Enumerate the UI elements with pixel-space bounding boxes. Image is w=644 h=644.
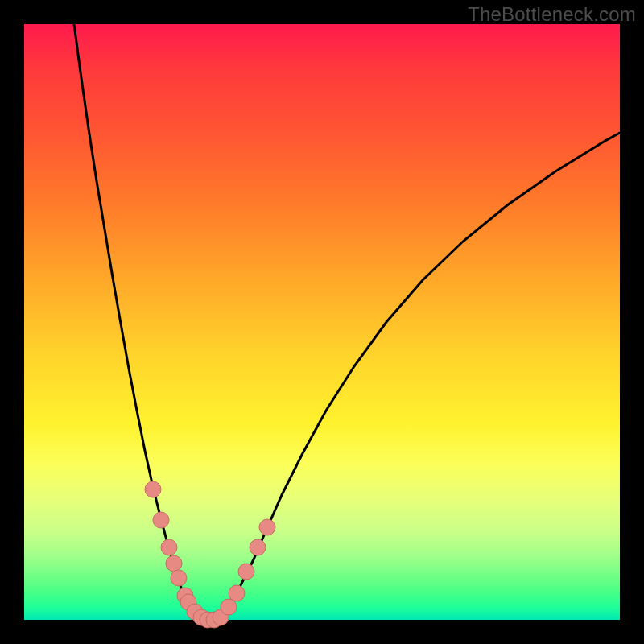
highlight-dot (153, 512, 169, 528)
highlight-dot (259, 519, 275, 535)
watermark-text: TheBottleneck.com (468, 3, 636, 26)
highlight-dots-group (145, 481, 275, 628)
curve-right-branch (221, 133, 620, 617)
highlight-dot (145, 481, 161, 497)
highlight-dot (161, 539, 177, 555)
curve-left-branch (74, 24, 197, 617)
plot-area (24, 24, 620, 620)
highlight-dot (171, 570, 187, 586)
highlight-dot (229, 585, 245, 601)
highlight-dot (238, 564, 254, 580)
highlight-dot (166, 555, 182, 572)
highlight-dot (250, 539, 266, 555)
curve-svg (24, 24, 620, 620)
chart-frame: TheBottleneck.com (0, 0, 644, 644)
